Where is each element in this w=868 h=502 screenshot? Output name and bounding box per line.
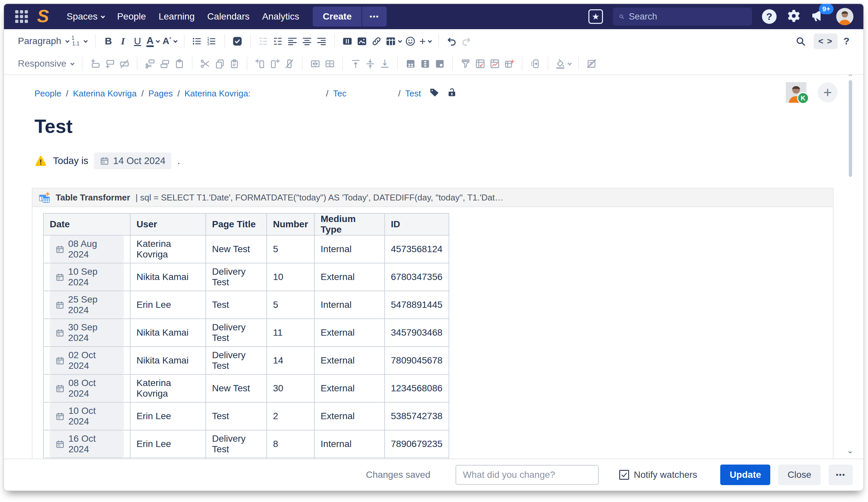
editor-help-button[interactable]: ? bbox=[844, 35, 849, 47]
user-cell[interactable]: Nikita Kamai bbox=[130, 347, 206, 375]
search-input[interactable] bbox=[629, 12, 746, 22]
number-cell[interactable]: 8 bbox=[267, 430, 314, 458]
italic-button[interactable]: I bbox=[116, 33, 130, 49]
id-cell[interactable]: 2345678978 bbox=[385, 458, 449, 459]
close-button[interactable]: Close bbox=[778, 464, 820, 485]
header-cell-toggle-button[interactable] bbox=[432, 56, 447, 72]
date-chip[interactable]: 16 Oct 2024 bbox=[50, 430, 124, 458]
page-title[interactable]: Test bbox=[34, 115, 864, 137]
column-header-user[interactable]: User bbox=[130, 213, 206, 235]
user-cell[interactable]: Katerina Kovriga bbox=[130, 375, 206, 402]
breadcrumb-tec[interactable]: Tec bbox=[333, 89, 346, 99]
page-title-cell[interactable]: New Test bbox=[206, 235, 267, 263]
paste-button[interactable] bbox=[227, 56, 241, 72]
id-cell[interactable]: 7890679235 bbox=[385, 430, 449, 458]
emoji-button[interactable] bbox=[403, 33, 418, 49]
medium-type-cell[interactable]: External bbox=[314, 263, 385, 291]
medium-type-cell[interactable]: External bbox=[314, 347, 385, 375]
add-column-left-button[interactable] bbox=[253, 56, 267, 72]
number-cell[interactable]: 2 bbox=[267, 402, 314, 430]
numbered-list-button[interactable]: 123 bbox=[204, 33, 219, 49]
medium-type-cell[interactable]: Internal bbox=[314, 458, 385, 459]
delete-row-button[interactable] bbox=[117, 56, 132, 72]
breadcrumb-current-page[interactable]: Test bbox=[405, 89, 421, 99]
table-mode-select[interactable]: Responsive bbox=[18, 58, 74, 69]
editor-scrollbar[interactable] bbox=[849, 80, 852, 177]
column-header-page-title[interactable]: Page Title bbox=[206, 213, 267, 235]
column-header-id[interactable]: ID bbox=[385, 213, 449, 235]
insert-table-button[interactable] bbox=[384, 33, 403, 49]
column-header-date[interactable]: Date bbox=[43, 213, 130, 235]
number-cell[interactable]: 10 bbox=[267, 263, 314, 291]
header-column-toggle-button[interactable] bbox=[418, 56, 432, 72]
date-cell[interactable]: 25 Sep 2024 bbox=[43, 291, 130, 319]
breadcrumb-pages[interactable]: Pages bbox=[148, 89, 173, 99]
app-switcher-icon[interactable] bbox=[14, 9, 29, 24]
editor-avatar[interactable]: K bbox=[786, 82, 806, 103]
add-row-above-button[interactable] bbox=[88, 56, 102, 72]
filter-table-button[interactable] bbox=[458, 56, 473, 72]
date-cell[interactable]: 30 Sep 2024 bbox=[43, 319, 130, 347]
user-cell[interactable]: Katerina Kovriga bbox=[130, 235, 206, 263]
number-cell[interactable]: 5 bbox=[267, 235, 314, 263]
date-chip[interactable]: 14 Oct 2024 bbox=[94, 152, 171, 169]
paragraph-style-select[interactable]: Paragraph bbox=[18, 36, 69, 47]
align-cell-top-button[interactable] bbox=[348, 56, 363, 72]
id-cell[interactable]: 7809045678 bbox=[385, 347, 449, 375]
nav-learning[interactable]: Learning bbox=[159, 11, 195, 22]
align-center-button[interactable] bbox=[300, 33, 314, 49]
indent-button[interactable] bbox=[271, 33, 285, 49]
column-header-number[interactable]: Number bbox=[267, 213, 314, 235]
number-cell[interactable]: 11 bbox=[267, 319, 314, 347]
date-cell[interactable]: 21 Oct 2024 bbox=[43, 458, 130, 459]
site-logo[interactable]: S bbox=[37, 7, 49, 25]
align-cell-bottom-button[interactable] bbox=[378, 56, 392, 72]
copy-button[interactable] bbox=[213, 56, 227, 72]
date-cell[interactable]: 08 Aug 2024 bbox=[43, 235, 130, 263]
number-cell[interactable]: 14 bbox=[267, 347, 314, 375]
source-editor-toggle[interactable]: < > bbox=[814, 33, 838, 49]
global-search[interactable] bbox=[613, 8, 752, 25]
undo-button[interactable] bbox=[444, 33, 459, 49]
page-title-cell[interactable]: Test bbox=[206, 458, 267, 459]
user-cell[interactable]: Erin Lee bbox=[130, 402, 206, 430]
delete-column-button[interactable] bbox=[282, 56, 297, 72]
nav-people[interactable]: People bbox=[117, 11, 146, 22]
macro-header[interactable]: Table Transformer | sql = SELECT T1.'Dat… bbox=[32, 188, 833, 207]
number-cell[interactable]: 5 bbox=[267, 291, 314, 319]
chevron-down-icon[interactable]: ⌄ bbox=[847, 446, 854, 455]
create-button[interactable]: Create bbox=[313, 7, 361, 27]
find-replace-button[interactable] bbox=[793, 33, 808, 49]
more-formatting-button[interactable]: A° bbox=[161, 33, 178, 49]
date-cell[interactable]: 10 Oct 2024 bbox=[43, 402, 130, 430]
date-cell[interactable]: 16 Oct 2024 bbox=[43, 430, 130, 458]
clear-table-formatting-button[interactable] bbox=[584, 56, 599, 72]
notify-watchers-control[interactable]: Notify watchers bbox=[619, 470, 697, 480]
id-cell[interactable]: 3457903468 bbox=[385, 319, 449, 347]
date-cell[interactable]: 02 Oct 2024 bbox=[43, 347, 130, 375]
copy-row-button[interactable] bbox=[157, 56, 172, 72]
insert-more-button[interactable]: + bbox=[418, 33, 433, 49]
breadcrumb-space-home[interactable]: Katerina Kovriga: bbox=[185, 89, 250, 99]
date-chip[interactable]: 21 Oct 2024 bbox=[50, 458, 124, 459]
medium-type-cell[interactable]: External bbox=[314, 375, 385, 402]
underline-button[interactable]: U bbox=[130, 33, 145, 49]
align-right-button[interactable] bbox=[314, 33, 329, 49]
header-row-toggle-button[interactable] bbox=[403, 56, 418, 72]
starred-button[interactable]: ★ bbox=[588, 9, 603, 24]
medium-type-cell[interactable]: External bbox=[314, 319, 385, 347]
bullet-list-button[interactable] bbox=[190, 33, 204, 49]
labels-button[interactable] bbox=[429, 88, 439, 100]
page-title-cell[interactable]: New Test bbox=[206, 375, 267, 402]
number-cell[interactable]: 10 bbox=[267, 458, 314, 459]
nav-spaces[interactable]: Spaces bbox=[66, 11, 104, 22]
update-button[interactable]: Update bbox=[720, 464, 770, 485]
split-cells-button[interactable] bbox=[322, 56, 337, 72]
cut-row-button[interactable] bbox=[143, 56, 157, 72]
page-title-cell[interactable]: Delivery Test bbox=[206, 430, 267, 458]
page-layout-button[interactable] bbox=[340, 33, 355, 49]
user-cell[interactable]: Nikita Kamai bbox=[130, 263, 206, 291]
footer-more-button[interactable]: ••• bbox=[829, 464, 853, 485]
medium-type-cell[interactable]: Internal bbox=[314, 291, 385, 319]
page-title-cell[interactable]: Delivery Test bbox=[206, 263, 267, 291]
